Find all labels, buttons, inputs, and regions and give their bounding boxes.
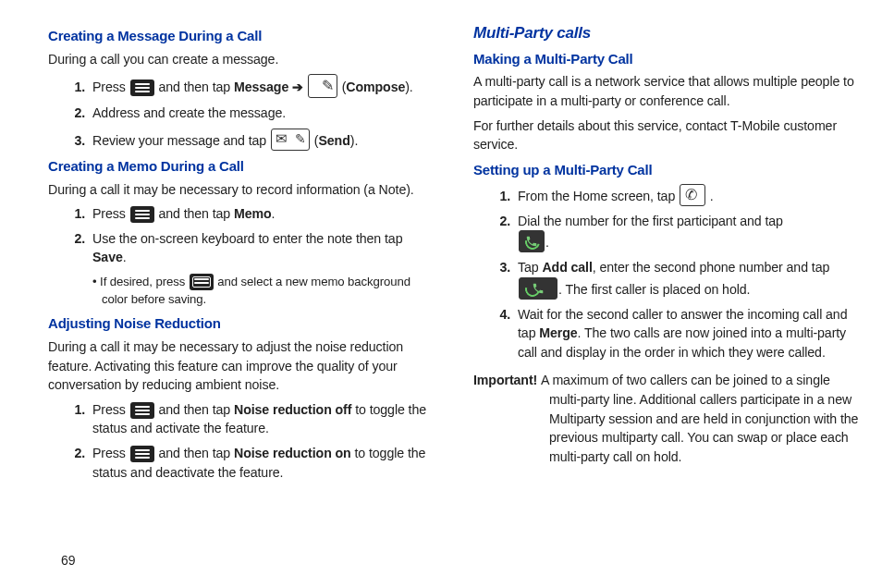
text: . [706, 189, 714, 203]
list-item: Address and create the message. [89, 104, 436, 123]
text: Press [92, 80, 129, 94]
ordered-list: Press and then tap Noise reduction off t… [48, 400, 436, 482]
heading-noise-reduction: Adjusting Noise Reduction [48, 313, 436, 334]
list-item: Tap Add call, enter the second phone num… [514, 258, 862, 300]
menu-icon [130, 206, 154, 223]
arrow-icon: ➔ [288, 80, 307, 94]
call-icon [519, 277, 557, 300]
list-item: Press and then tap Noise reduction on to… [89, 444, 436, 482]
text: From the Home screen, tap [518, 189, 679, 203]
text: Review your message and tap [92, 133, 270, 148]
heading-create-message: Creating a Message During a Call [48, 26, 436, 46]
bold-text: Save [92, 250, 123, 264]
ordered-list: Press and then tap Memo. Use the on-scre… [48, 204, 436, 267]
page-number: 69 [61, 553, 76, 568]
left-column: Creating a Message During a Call During … [48, 22, 436, 487]
bold-text: Send [318, 133, 349, 148]
bold-text: Noise reduction on [234, 446, 351, 460]
list-item: Wait for the second caller to answer the… [514, 305, 862, 362]
paragraph: During a call you can create a message. [48, 50, 436, 69]
text: Press [92, 206, 129, 221]
heading-making-multiparty: Making a Multi-Party Call [473, 49, 862, 69]
right-column: Multi-Party calls Making a Multi-Party C… [473, 22, 862, 487]
ordered-list: From the Home screen, tap . Dial the num… [473, 184, 862, 362]
page: Creating a Message During a Call During … [0, 0, 882, 496]
sub-bullet: • If desired, press and select a new mem… [92, 273, 436, 308]
text: Tap [518, 260, 542, 275]
paragraph: During a call it may be necessary to adj… [48, 337, 436, 395]
bold-text: Add call [542, 260, 592, 275]
compose-icon [308, 74, 337, 98]
list-item: Review your message and tap (Send). [89, 129, 436, 151]
heading-multiparty: Multi-Party calls [473, 22, 862, 45]
important-note: Important! A maximum of two callers can … [473, 371, 862, 466]
text: • If desired, press [92, 275, 189, 288]
text: Press [92, 402, 129, 417]
list-item: Dial the number for the first participan… [514, 212, 862, 253]
bold-text: Merge [539, 325, 577, 340]
text: and then tap [155, 402, 234, 417]
menu-icon [190, 274, 214, 290]
text: . [545, 235, 549, 250]
text: and then tap [155, 80, 234, 94]
paragraph: For further details about this service, … [473, 116, 862, 154]
send-icon [271, 129, 310, 151]
important-body: A maximum of two callers can be joined t… [541, 373, 858, 463]
important-label: Important! [473, 373, 541, 387]
ordered-list: Press and then tap Message ➔ (Compose). … [48, 74, 436, 151]
call-icon [519, 230, 545, 252]
heading-setup-multiparty: Setting up a Multi-Party Call [473, 160, 862, 180]
text: , enter the second phone number and tap [593, 260, 829, 275]
text: and then tap [155, 446, 234, 460]
bold-text: Memo [234, 206, 272, 221]
list-item: From the Home screen, tap . [514, 184, 862, 206]
list-item: Use the on-screen keyboard to enter the … [89, 229, 436, 267]
menu-icon [130, 402, 154, 419]
text: . The first caller is placed on hold. [558, 282, 750, 297]
list-item: Press and then tap Noise reduction off t… [89, 400, 436, 438]
heading-create-memo: Creating a Memo During a Call [48, 156, 436, 177]
text: Press [92, 446, 129, 460]
bold-text: Message [234, 80, 288, 94]
text: Dial the number for the first participan… [518, 214, 783, 228]
menu-icon [130, 446, 154, 462]
text: and then tap [155, 206, 234, 221]
list-item: Press and then tap Memo. [89, 204, 436, 224]
bold-text: Noise reduction off [234, 402, 351, 417]
paragraph: During a call it may be necessary to rec… [48, 180, 436, 200]
list-item: Press and then tap Message ➔ (Compose). [89, 74, 436, 98]
paragraph: A multi-party call is a network service … [473, 72, 862, 110]
text: Use the on-screen keyboard to enter the … [92, 231, 402, 246]
bold-text: Compose [346, 80, 405, 94]
menu-icon [130, 80, 154, 96]
phone-icon [680, 184, 705, 206]
